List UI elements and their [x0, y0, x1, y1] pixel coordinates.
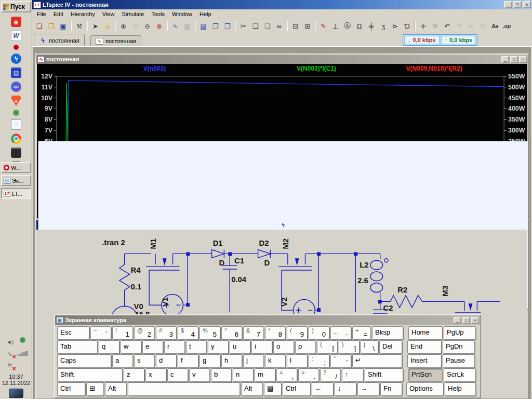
capacitor-icon[interactable]: ╪ [365, 20, 377, 32]
key-Fn[interactable]: Fn [380, 382, 402, 396]
key-Menu[interactable]: ▤ [264, 382, 282, 396]
key-`[interactable]: ~` [90, 326, 111, 340]
key-e[interactable]: e [142, 340, 163, 354]
key-u[interactable]: u [230, 340, 250, 354]
key-;[interactable]: :; [309, 354, 329, 368]
key-o[interactable]: o [273, 340, 294, 354]
key-d[interactable]: d [156, 354, 177, 368]
key-5[interactable]: %5 [200, 326, 220, 340]
key-g[interactable]: g [200, 354, 220, 368]
quick-launch-app-red-icon[interactable]: ◉ [11, 17, 21, 27]
keyboard-title-bar[interactable]: ▤ Экранная клавиатура _ □ × [55, 315, 480, 325]
key-y[interactable]: y [208, 340, 229, 354]
key-Esc[interactable]: Esc [57, 326, 89, 340]
net-label-icon[interactable]: Ⓐ [341, 20, 353, 32]
key-j[interactable]: j [243, 354, 264, 368]
waveform-title-bar[interactable]: ∿ постоянная _ □ × [36, 55, 528, 64]
key-Win[interactable]: ⊞ [86, 382, 104, 396]
component-icon[interactable]: Ɗ [401, 20, 413, 32]
key-[[interactable]: {[ [317, 340, 338, 354]
title-bar[interactable]: LT LTspice IV - постоянная _ □ × [32, 0, 532, 9]
quick-launch-notepad-icon[interactable]: ≡ [11, 119, 21, 130]
quick-launch-ur-browser-icon[interactable]: UR [11, 82, 21, 92]
menu-window[interactable]: Window [168, 10, 196, 18]
zoom-full-extents-icon[interactable]: ⊗ [153, 20, 165, 32]
menu-tools[interactable]: Tools [148, 10, 168, 18]
key-Space[interactable] [128, 382, 240, 396]
tile-horizontally-icon[interactable]: ▤ [197, 20, 209, 32]
key-ArrowUp[interactable]: ↑ [342, 368, 364, 382]
quick-launch-save-blue-icon[interactable]: ▤ [11, 68, 21, 78]
key-RCtrl[interactable]: Ctrl [283, 382, 311, 396]
draw-wire-icon[interactable]: ✎ [317, 20, 329, 32]
new-schematic-icon[interactable]: ❏ [33, 20, 45, 32]
signal-icon[interactable]: ▂▄▆█ [18, 349, 27, 358]
key-=[interactable]: += [352, 326, 371, 340]
paste-icon[interactable]: ❑ [261, 20, 273, 32]
diode-icon[interactable]: ⊳ [389, 20, 401, 32]
ground-icon[interactable]: ⊥ [329, 20, 341, 32]
autorange-y-icon[interactable]: ∿ [169, 20, 181, 32]
key-RShift[interactable]: Shift [365, 368, 403, 382]
key-Shift[interactable]: Shift [57, 368, 123, 382]
key-b[interactable]: b [211, 368, 232, 382]
key-Bksp[interactable]: Bksp [372, 326, 403, 340]
key-PgUp[interactable]: PgUp [444, 326, 476, 340]
print-preview-icon[interactable]: ⊟ [289, 20, 301, 32]
key-/[interactable]: ?/ [320, 368, 341, 382]
close-button[interactable]: × [523, 1, 531, 8]
key-m[interactable]: m [255, 368, 275, 382]
key--[interactable]: _- [330, 326, 351, 340]
key-PrtScn[interactable]: PrtScn [408, 368, 443, 382]
spice-directive-icon[interactable]: .op [501, 20, 513, 32]
key-Help[interactable]: Help [445, 382, 476, 396]
quick-launch-word-icon[interactable]: W [11, 31, 21, 41]
key-9[interactable]: (9 [287, 326, 308, 340]
key-k[interactable]: k [265, 354, 286, 368]
key-q[interactable]: q [99, 340, 119, 354]
minimize-button[interactable]: _ [504, 1, 512, 8]
key-s[interactable]: s [134, 354, 155, 368]
resistor-icon[interactable]: Ω [353, 20, 365, 32]
key-End[interactable]: End [407, 340, 442, 354]
key-Ctrl[interactable]: Ctrl [57, 382, 85, 396]
key-t[interactable]: t [186, 340, 207, 354]
cut-icon[interactable]: ✂ [237, 20, 249, 32]
undo-icon[interactable]: ↶ [441, 20, 453, 32]
schematic-title-bar[interactable]: ϟ постоянная _ □ × [36, 220, 528, 230]
quick-launch-camera-icon[interactable] [11, 148, 21, 158]
run-icon[interactable]: ➤ [89, 20, 101, 32]
text-icon[interactable]: Aa [489, 20, 501, 32]
show-desktop-button[interactable] [9, 389, 23, 398]
key-2[interactable]: @2 [134, 326, 155, 340]
key-Enter[interactable]: ↵ [352, 354, 402, 368]
key-PgDn[interactable]: PgDn [443, 340, 475, 354]
find-icon[interactable]: ∞ [273, 20, 285, 32]
key-z[interactable]: z [124, 368, 144, 382]
key-0[interactable]: )0 [309, 326, 329, 340]
key-i[interactable]: i [251, 340, 272, 354]
print-icon[interactable]: ⊞ [301, 20, 313, 32]
key-Options[interactable]: Options [406, 382, 444, 396]
no-network-icon[interactable]: ϟ✕ [6, 349, 15, 358]
key-Insert[interactable]: Insert [407, 354, 442, 368]
key-n[interactable]: n [233, 368, 254, 382]
task-button-ltspice[interactable]: LTLT... [1, 188, 31, 199]
key-h[interactable]: h [221, 354, 242, 368]
key-x[interactable]: x [145, 368, 166, 382]
key-1[interactable]: !1 [112, 326, 133, 340]
key-.[interactable]: >. [298, 368, 319, 382]
key-ArrowDown[interactable]: ↓ [335, 382, 356, 396]
key-a[interactable]: a [112, 354, 133, 368]
inductor-icon[interactable]: ʒ [377, 20, 389, 32]
key-c[interactable]: c [167, 368, 188, 382]
key-][interactable]: }] [339, 340, 360, 354]
cascade-windows-icon[interactable]: ❒ [209, 20, 221, 32]
key-f[interactable]: f [178, 354, 198, 368]
close-button[interactable]: × [519, 56, 527, 63]
key-Pause[interactable]: Pause [443, 354, 475, 368]
trace-label-pr2[interactable]: V(N009,N010)*I(R2) [406, 65, 462, 72]
key-p[interactable]: p [295, 340, 316, 354]
start-button[interactable]: Пуск [1, 1, 31, 12]
key-\[interactable]: |\ [361, 340, 378, 354]
